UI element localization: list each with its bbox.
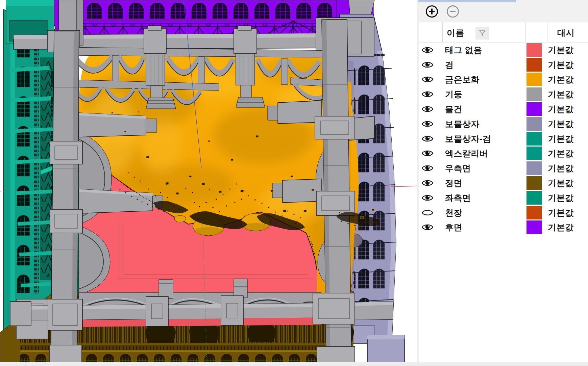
tag-name[interactable]: 검	[445, 59, 454, 70]
tag-row[interactable]: 금은보화 기본값	[419, 72, 588, 87]
3d-viewport[interactable]	[0, 0, 417, 366]
eye-icon	[421, 75, 434, 84]
tag-color-swatch[interactable]	[526, 147, 542, 160]
tag-dash-value[interactable]: 기본값	[548, 44, 574, 55]
treasure-chest-lavender[interactable]	[367, 335, 405, 366]
tag-name[interactable]: 금은보화	[445, 74, 480, 85]
tag-row[interactable]: 물건 기본값	[419, 102, 588, 116]
tag-name[interactable]: 우측면	[445, 163, 471, 174]
tag-name[interactable]: 엑스칼리버	[445, 148, 488, 159]
tag-name[interactable]: 기둥	[445, 89, 462, 100]
visibility-toggle[interactable]	[421, 178, 434, 188]
eye-icon	[421, 134, 434, 143]
eye-icon	[421, 149, 434, 158]
tags-list: 태그 없음 기본값 검 기본값	[419, 43, 588, 362]
tag-name[interactable]: 태그 없음	[445, 44, 482, 55]
tag-row[interactable]: 검 기본값	[419, 57, 588, 72]
tag-row[interactable]: 정면 기본값	[419, 176, 588, 190]
name-column-header[interactable]: 이름	[447, 27, 464, 38]
name-filter-button[interactable]	[475, 27, 489, 40]
tag-dash-value[interactable]: 기본값	[548, 148, 574, 159]
eye-icon	[421, 178, 434, 188]
tag-dash-value[interactable]: 기본값	[548, 163, 574, 174]
add-tag-button[interactable]	[425, 5, 439, 18]
tag-dash-value[interactable]: 기본값	[548, 207, 574, 218]
remove-tag-button[interactable]	[446, 5, 460, 18]
tag-dash-value[interactable]: 기본값	[548, 118, 574, 129]
eye-icon	[421, 89, 434, 99]
eye-icon	[421, 119, 434, 129]
visibility-toggle[interactable]	[421, 119, 434, 129]
tag-dash-value[interactable]: 기본값	[548, 104, 574, 115]
bottom-scrollbar[interactable]	[0, 362, 588, 366]
model-scene	[0, 0, 417, 366]
tag-color-swatch[interactable]	[526, 191, 542, 205]
visibility-toggle[interactable]	[421, 149, 434, 158]
tag-name[interactable]: 보물상자	[445, 118, 480, 129]
visibility-toggle[interactable]	[421, 163, 434, 173]
visibility-toggle[interactable]	[421, 89, 434, 99]
eye-outline-icon	[421, 208, 434, 217]
visibility-toggle[interactable]	[421, 134, 434, 143]
tags-table-header: 이름 대시	[419, 22, 588, 43]
eye-icon	[421, 223, 434, 232]
tag-name[interactable]: 후면	[445, 222, 462, 233]
visibility-toggle[interactable]	[421, 193, 434, 203]
tag-color-swatch[interactable]	[526, 161, 542, 175]
tag-color-swatch[interactable]	[526, 132, 542, 146]
tag-color-swatch[interactable]	[526, 43, 542, 57]
tag-row[interactable]: 기둥 기본값	[419, 87, 588, 102]
window-edge-strip	[418, 0, 516, 2]
plus-icon	[429, 9, 435, 15]
tag-dash-value[interactable]: 기본값	[548, 192, 574, 203]
tag-color-swatch[interactable]	[526, 87, 542, 101]
eye-icon	[421, 193, 434, 203]
tag-name[interactable]: 보물상자-검	[445, 133, 491, 144]
tag-dash-value[interactable]: 기본값	[548, 89, 574, 100]
tag-row[interactable]: 보물상자-검 기본값	[419, 131, 588, 146]
tag-row[interactable]: 우측면 기본값	[419, 161, 588, 176]
visibility-toggle[interactable]	[421, 75, 434, 84]
tag-color-swatch[interactable]	[526, 73, 542, 86]
tag-row[interactable]: 보물상자 기본값	[419, 116, 588, 131]
tag-dash-value[interactable]: 기본값	[548, 133, 574, 144]
scrollbar-divider	[26, 362, 26, 366]
tags-panel: 이름 대시 태그 없음 기본값	[417, 0, 588, 362]
tag-color-swatch[interactable]	[526, 220, 542, 234]
tag-dash-value[interactable]: 기본값	[548, 74, 574, 85]
tag-row[interactable]: 후면 기본값	[419, 220, 588, 235]
tags-toolbar	[417, 4, 588, 20]
eye-icon	[421, 163, 434, 173]
dash-column-header[interactable]: 대시	[557, 27, 575, 38]
visibility-toggle[interactable]	[421, 208, 434, 217]
eye-icon	[421, 60, 434, 70]
eye-icon	[421, 45, 434, 55]
tag-name[interactable]: 천장	[445, 207, 462, 218]
tag-row[interactable]: 엑스칼리버 기본값	[419, 146, 588, 161]
tag-dash-value[interactable]: 기본값	[548, 59, 574, 70]
tag-row[interactable]: 좌측면 기본값	[419, 190, 588, 205]
funnel-icon	[479, 29, 486, 37]
visibility-toggle[interactable]	[421, 60, 434, 70]
visibility-toggle[interactable]	[421, 223, 434, 232]
tag-name[interactable]: 물건	[445, 104, 462, 115]
tag-row[interactable]: 태그 없음 기본값	[419, 43, 588, 57]
tag-color-swatch[interactable]	[526, 176, 542, 190]
eye-icon	[421, 104, 434, 114]
tag-color-swatch[interactable]	[526, 206, 542, 219]
tag-name[interactable]: 좌측면	[445, 192, 471, 203]
tag-color-swatch[interactable]	[526, 58, 542, 72]
tag-color-swatch[interactable]	[526, 102, 542, 116]
tag-dash-value[interactable]: 기본값	[548, 178, 574, 189]
tag-dash-value[interactable]: 기본값	[548, 222, 574, 233]
tag-name[interactable]: 정면	[445, 178, 462, 189]
visibility-toggle[interactable]	[421, 104, 434, 114]
tag-color-swatch[interactable]	[526, 117, 542, 131]
visibility-toggle[interactable]	[421, 45, 434, 55]
tag-row[interactable]: 천장 기본값	[419, 205, 588, 220]
